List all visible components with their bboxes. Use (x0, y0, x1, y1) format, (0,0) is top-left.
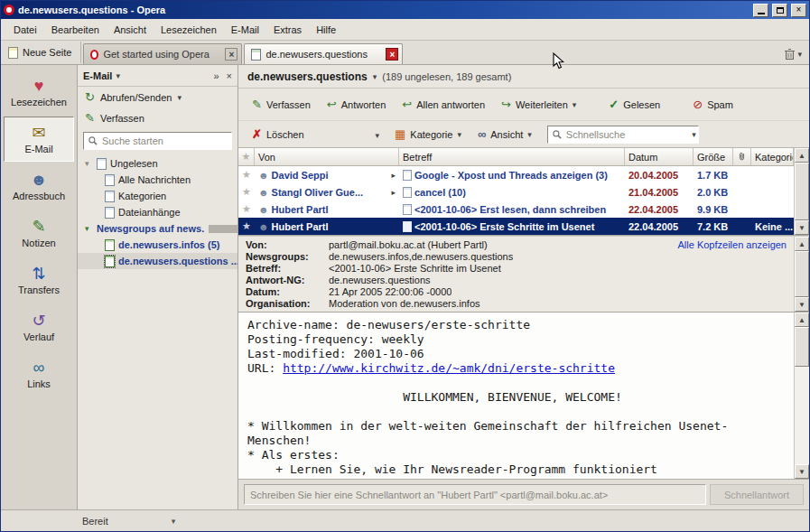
closed-tabs-trash-button[interactable]: ▾ (784, 48, 809, 64)
tree-collapse-icon[interactable]: ▾ (85, 159, 93, 168)
message-row-2[interactable]: ★ ☻Stangl Oliver Gue...▸ cancel (10) 21.… (238, 183, 794, 201)
quick-reply-input[interactable]: Schreiben Sie hier eine Schnellantwort a… (244, 484, 706, 505)
tree-item-ungelesen[interactable]: ▾ Ungelesen (78, 155, 237, 172)
message-list-scrollbar[interactable]: ▲ ▼ (794, 148, 809, 235)
star-cell[interactable]: ★ (238, 203, 255, 215)
body-scrollbar[interactable]: ▲ ▼ (794, 313, 809, 479)
compose-button[interactable]: ✎ Verfassen (246, 95, 317, 114)
sidebar-item-adressbuch[interactable]: ☻ Adressbuch (4, 163, 74, 209)
column-datum[interactable]: Datum (625, 148, 694, 165)
star-cell[interactable]: ★ (238, 186, 255, 198)
quicksearch-input[interactable]: Schnellsuche ▾ (547, 126, 699, 144)
scroll-up-icon[interactable]: ▲ (795, 237, 809, 251)
mailbox-title[interactable]: de.newusers.questions (247, 70, 368, 83)
tree-item-kategorien[interactable]: Kategorien (78, 188, 237, 204)
close-button[interactable]: × (791, 4, 806, 17)
tree-collapse-icon[interactable]: ▾ (85, 224, 93, 233)
star-cell[interactable]: ★ (238, 169, 255, 181)
mail-panel: E-Mail ▾ » × ↻ Abrufen/Senden ▾ ✎ Verfas… (78, 65, 238, 509)
fetch-send-icon: ↻ (85, 90, 95, 104)
spam-button[interactable]: ⊘ Spam (686, 95, 740, 114)
mail-panel-title[interactable]: E-Mail (83, 70, 112, 81)
column-groesse[interactable]: Größe (694, 148, 733, 165)
scroll-down-icon[interactable]: ▼ (795, 220, 809, 235)
minimize-button[interactable] (753, 4, 768, 17)
column-star[interactable]: ★ (238, 148, 255, 165)
tree-item-de-newusers-questions[interactable]: de.newusers.questions ... (78, 253, 237, 269)
message-icon (403, 204, 412, 215)
show-all-headers-link[interactable]: Alle Kopfzeilen anzeigen (678, 239, 787, 251)
menu-email[interactable]: E-Mail (224, 22, 266, 38)
body-main-block: WILLKOMMEN, BIENVENUE, WELCOME! * Willko… (247, 376, 794, 479)
mail-search-input[interactable]: Suche starten (83, 132, 232, 150)
menu-hilfe[interactable]: Hilfe (309, 22, 343, 38)
mail-tab-icon (251, 49, 261, 61)
reply-all-button[interactable]: ↩ Allen antworten (396, 95, 491, 114)
delete-button[interactable]: ✗ Löschen (246, 125, 311, 144)
body-link[interactable]: http://www.kirchwitz.de/~amk/dni/erste-s… (283, 361, 615, 375)
column-kategorie[interactable]: Kategorie (751, 148, 794, 165)
restore-button[interactable] (772, 4, 787, 17)
message-row-3[interactable]: ★ ☻Hubert Partl <2001-10-06> Erst lesen,… (238, 201, 794, 218)
mark-read-button[interactable]: ✓ Gelesen (602, 95, 666, 114)
tab-close-icon[interactable]: × (225, 48, 237, 61)
chevron-down-icon[interactable]: ▾ (116, 71, 120, 80)
view-button[interactable]: ∞ Ansicht ▾ (471, 125, 538, 144)
thread-expander-icon[interactable]: ▸ (391, 171, 396, 180)
tab-newusers-questions[interactable]: de.newusers.questions × (244, 43, 403, 64)
scrollbar-thumb[interactable] (795, 327, 809, 367)
panel-undock-icon[interactable]: » (213, 70, 219, 81)
sidebar-item-notizen[interactable]: ✎ Notizen (4, 210, 74, 256)
column-von[interactable]: Von (255, 148, 399, 165)
message-icon (403, 221, 412, 232)
scroll-up-icon[interactable]: ▲ (795, 148, 809, 163)
message-headers-pane: Alle Kopfzeilen anzeigen Von:partl@mail.… (238, 237, 809, 313)
column-betreff[interactable]: Betreff (399, 148, 625, 165)
tree-item-label: Kategorien (118, 191, 166, 201)
sidebar-item-transfers[interactable]: ⇅ Transfers (4, 257, 74, 303)
chevron-down-icon[interactable]: ▾ (373, 72, 377, 81)
tree-item-de-newusers-infos[interactable]: de.newusers.infos (5) (78, 237, 237, 253)
sidebar-item-verlauf[interactable]: ↺ Verlauf (4, 304, 74, 350)
reply-button[interactable]: ↩ Antworten (321, 95, 392, 114)
tab-get-started[interactable]: Get started using Opera × (83, 43, 242, 64)
fetch-send-button[interactable]: ↻ Abrufen/Senden ▾ (78, 87, 237, 107)
notes-icon: ✎ (32, 218, 45, 236)
transfers-icon: ⇅ (32, 265, 45, 283)
sidebar-item-email[interactable]: ✉ E-Mail (4, 117, 74, 162)
category-button[interactable]: ▦ Kategorie ▾ (388, 125, 468, 144)
column-attachment[interactable] (733, 148, 751, 165)
panel-close-icon[interactable]: × (227, 70, 232, 81)
menu-bearbeiten[interactable]: Bearbeiten (44, 22, 107, 38)
thread-expander-icon[interactable]: ▸ (391, 188, 396, 197)
fetch-send-label: Abrufen/Senden (100, 92, 172, 103)
scroll-up-icon[interactable]: ▲ (795, 313, 809, 327)
panel-collapse-icon[interactable]: ▾ (172, 517, 176, 526)
new-page-button[interactable]: Neue Seite (3, 42, 81, 63)
scrollbar-thumb[interactable] (795, 163, 809, 220)
forward-button[interactable]: ↪ Weiterleiten ▾ (495, 95, 582, 114)
scroll-down-icon[interactable]: ▼ (795, 464, 809, 479)
menu-extras[interactable]: Extras (266, 22, 309, 38)
sidebar-item-links[interactable]: ∞ Links (4, 351, 74, 397)
spam-icon: ⊘ (693, 98, 703, 110)
scrollbar-thumb[interactable] (795, 251, 809, 297)
delete-dropdown-button[interactable]: ▾ (370, 126, 386, 144)
tab-close-icon[interactable]: × (386, 48, 398, 61)
menu-lesezeichen[interactable]: Lesezeichen (154, 22, 224, 38)
star-cell[interactable]: ★ (238, 220, 255, 232)
headers-scrollbar[interactable]: ▲ ▼ (794, 237, 809, 312)
message-row-4-selected[interactable]: ★ ☻Hubert Partl <2001-10-06> Erste Schri… (238, 218, 794, 235)
tree-item-newsgroups-server[interactable]: ▾ Newsgroups auf news. (78, 220, 237, 237)
chevron-down-icon[interactable]: ▾ (692, 130, 696, 139)
menu-ansicht[interactable]: Ansicht (107, 22, 154, 38)
message-row-1[interactable]: ★ ☻David Seppi▸ Google - Xpost und Threa… (238, 166, 794, 183)
tree-item-alle-nachrichten[interactable]: Alle Nachrichten (78, 172, 237, 188)
menu-datei[interactable]: Datei (6, 22, 44, 38)
tree-item-label: de.newusers.infos (5) (118, 239, 219, 250)
compose-button-panel[interactable]: ✎ Verfassen (78, 107, 237, 128)
quick-reply-button[interactable]: Schnellantwort (710, 484, 804, 505)
tree-item-dateianhaenge[interactable]: Dateianhänge (78, 204, 237, 220)
scroll-down-icon[interactable]: ▼ (795, 297, 809, 312)
sidebar-item-lesezeichen[interactable]: ♥ Lesezeichen (4, 70, 74, 115)
